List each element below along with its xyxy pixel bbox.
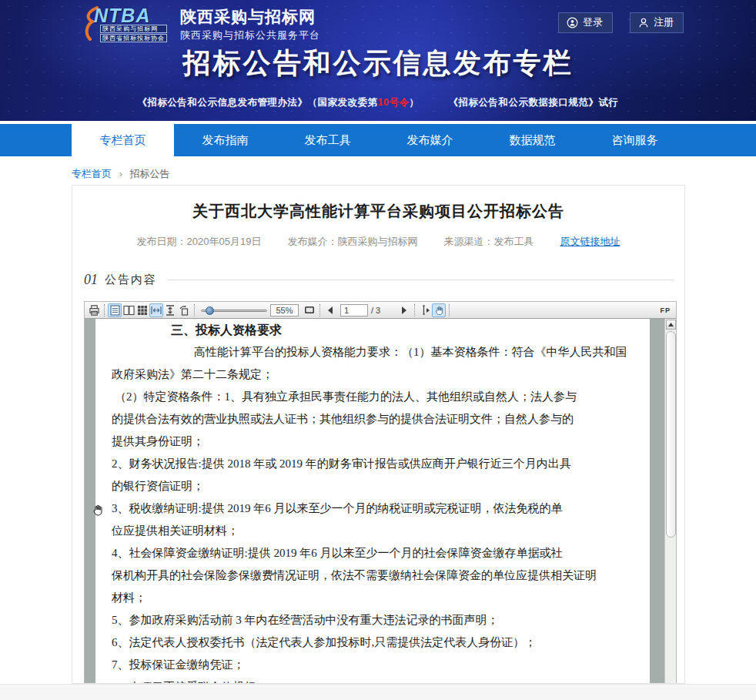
logo-mark: NTBA 陕西采购与招标网 陕西省招标投标协会 [82,6,172,42]
page-number-value: 1 [344,306,349,315]
single-page-icon[interactable] [108,303,122,317]
site-subtitle: 陕西采购与招标公共服务平台 [180,28,320,42]
thumbnails-icon[interactable] [135,303,149,317]
main-nav: 专栏首页 发布指南 发布工具 发布媒介 数据规范 咨询服务 [0,124,756,156]
pdf-viewer: 55% 1 / 3 [84,301,677,684]
two-page-icon[interactable] [122,303,135,317]
footer-strip [0,684,756,700]
pdf-scrollbar[interactable] [664,319,676,684]
source-channel: 来源渠道：发布工具 [443,235,534,249]
toolbar-separator [319,304,320,317]
login-label: 登录 [583,15,603,29]
doc-line: 的银行资信证明； [112,475,635,497]
logo-caption-line1: 陕西采购与招标网 [100,25,167,33]
banner-note-part2: ） [409,97,419,108]
section-title: 公告内容 [105,273,157,287]
pdf-body: 三、投标人资格要求 高性能计算平台的投标人资格能力要求：（1）基本资格条件：符合… [85,319,676,684]
doc-line: 材料； [112,587,635,609]
site-logo[interactable]: NTBA 陕西采购与招标网 陕西省招标投标协会 陕西采购与招标网 陕西采购与招标… [82,6,320,42]
print-icon[interactable] [87,303,101,317]
doc-line: 2、财务状况报告:提供 2018 年或 2019 年的财务审计报告或供应商开户银… [112,453,635,475]
rotate-icon[interactable] [177,303,191,317]
doc-line: 保机构开具的社会保险参保缴费情况证明，依法不需要缴纳社会保障资金的单位应提供相关… [112,564,635,587]
site-header: NTBA 陕西采购与招标网 陕西省招标投标协会 陕西采购与招标网 陕西采购与招标… [0,0,756,121]
logo-caption: 陕西采购与招标网 陕西省招标投标协会 [100,25,167,43]
doc-line: 提供其身份证明； [112,430,635,453]
breadcrumb-home-link[interactable]: 专栏首页 [72,168,112,179]
scroll-up-icon[interactable] [666,320,676,330]
pdf-toolbar: 55% 1 / 3 [85,302,676,319]
doc-line: 7、投标保证金缴纳凭证； [112,654,635,676]
banner-note: 《招标公告和公示信息发布管理办法》（国家发改委第10号令）《招标公告和公示数据接… [0,96,756,109]
zoom-level-value: 55% [276,306,293,315]
toolbar-separator [104,304,105,317]
publish-date: 发布日期：2020年05月19日 [137,235,262,249]
doc-line: 4、社会保障资金缴纳证明:提供 2019 年6 月以来至少一个月的社会保障资金缴… [112,542,635,564]
section-header: 01 公告内容 [84,272,674,288]
nav-tab-publish-tools[interactable]: 发布工具 [276,124,379,156]
doc-line: 政府采购法》第二十二条规定； [112,363,635,386]
zoom-level-input[interactable]: 55% [270,304,299,317]
fit-width-icon[interactable] [149,303,163,317]
nav-tab-home[interactable]: 专栏首页 [72,124,174,162]
viewer-brand: FP [660,306,671,314]
register-label: 注册 [654,15,674,29]
toolbar-separator [194,304,195,317]
breadcrumb-current: 招标公告 [130,168,170,179]
page: NTBA 陕西采购与招标网 陕西省招标投标协会 陕西采购与招标网 陕西采购与招标… [0,0,756,700]
doc-line: 6、法定代表人授权委托书（法定代表人参加投标时,只需提供法定代表人身份证）； [112,631,635,654]
page-number-input[interactable]: 1 [340,304,368,317]
login-button[interactable]: 登录 [558,12,613,33]
hand-tool-icon[interactable] [432,303,446,317]
page-total: / 3 [371,306,380,315]
doc-line: （2）特定资格条件：1、具有独立承担民事责任能力的法人、其他组织或自然人；法人参… [112,386,635,408]
next-page-icon[interactable] [397,303,411,317]
select-text-icon[interactable] [418,303,432,317]
fit-height-icon[interactable] [163,303,177,317]
fullscreen-icon[interactable] [303,303,316,317]
section-number: 01 [84,272,98,288]
doc-line: 位应提供相关证明材料； [112,520,635,542]
nav-tab-publish-guide[interactable]: 发布指南 [174,124,276,156]
scrollbar-thumb[interactable] [666,331,676,538]
breadcrumb-separator: › [119,168,122,179]
nav-tab-publish-media[interactable]: 发布媒介 [379,124,481,156]
site-name: 陕西采购与招标网 [180,8,320,26]
toolbar-separator [414,304,415,317]
doc-line: 的提供合法有效的营业执照或法人证书；其他组织参与的提供合法证明文件；自然人参与的 [112,408,635,430]
banner-note-part1: 《招标公告和公示信息发布管理办法》（国家发改委第 [138,97,378,108]
original-link[interactable]: 原文链接地址 [560,235,620,249]
doc-heading: 三、投标人资格要求 [112,319,635,341]
nav-tab-data-spec[interactable]: 数据规范 [481,124,584,156]
zoom-slider[interactable] [201,305,267,316]
breadcrumb: 专栏首页 › 招标公告 [72,167,170,181]
document-text: 三、投标人资格要求 高性能计算平台的投标人资格能力要求：（1）基本资格条件：符合… [112,319,635,684]
banner-title: 招标公告和公示信息发布专栏 [0,45,756,82]
nav-tab-list: 专栏首页 发布指南 发布工具 发布媒介 数据规范 咨询服务 [72,124,686,162]
login-user-icon [567,17,578,28]
section-divider [168,280,674,280]
banner-note-part3: 《招标公告和公示数据接口规范》试行 [448,97,618,108]
register-button[interactable]: 注册 [630,12,684,33]
doc-line: 8、本项目不接受联合体投标 [112,676,635,684]
toolbar-separator [449,304,450,317]
prev-page-icon[interactable] [323,303,337,317]
logo-caption-line2: 陕西省招标投标协会 [100,34,167,42]
site-name-block: 陕西采购与招标网 陕西采购与招标公共服务平台 [180,6,320,42]
doc-line: 高性能计算平台的投标人资格能力要求：（1）基本资格条件：符合《中华人民共和国 [112,341,635,363]
auth-buttons: 登录 注册 [558,12,684,33]
publish-media: 发布媒介：陕西采购与招标网 [287,235,417,249]
doc-line: 5、参加政府采购活动前 3 年内在经营活动中没有重大违法记录的书面声明； [112,609,635,631]
article-card: 关于西北大学高性能计算平台采购项目公开招标公告 发布日期：2020年05月19日… [72,185,685,684]
logo-brand-text: NTBA [94,5,150,27]
register-user-icon [638,17,649,28]
zoom-slider-handle[interactable] [206,306,214,315]
nav-tab-consult[interactable]: 咨询服务 [584,124,686,156]
article-meta: 发布日期：2020年05月19日 发布媒介：陕西采购与招标网 来源渠道：发布工具… [72,235,684,249]
article-title: 关于西北大学高性能计算平台采购项目公开招标公告 [72,201,684,222]
banner-note-red: 10号令 [378,97,410,108]
doc-line: 3、税收缴纳证明:提供 2019 年6 月以来至少一个月的纳税证明或完税证明，依… [112,497,635,520]
pdf-page: 三、投标人资格要求 高性能计算平台的投标人资格能力要求：（1）基本资格条件：符合… [95,319,650,684]
